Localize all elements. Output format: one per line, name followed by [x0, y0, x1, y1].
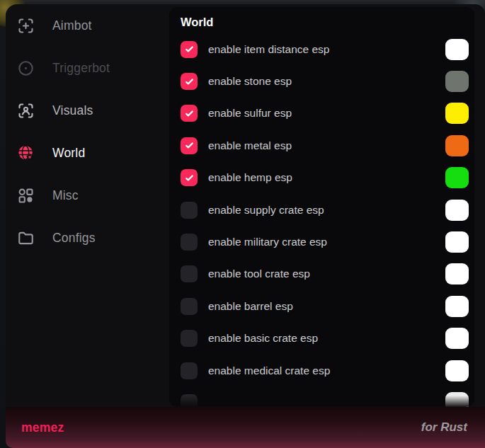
checkmark-icon: [184, 140, 195, 151]
esp-checkbox[interactable]: [181, 265, 198, 282]
checkmark-icon: [184, 173, 195, 183]
brand-suffix: for Rust: [421, 420, 467, 435]
sidebar-item-triggerbot[interactable]: Triggerbot: [6, 47, 166, 89]
sidebar-item-label: Configs: [52, 231, 96, 246]
esp-checkbox[interactable]: [181, 202, 198, 219]
esp-checkbox[interactable]: [181, 298, 198, 315]
esp-color-swatch[interactable]: [445, 200, 469, 221]
esp-option-row-enable-metal-esp: enable metal esp: [181, 130, 469, 161]
esp-option-label: enable barrel esp: [208, 300, 293, 313]
esp-option-row-enable-tool-crate-esp: enable tool crate esp: [181, 258, 469, 290]
esp-checkbox[interactable]: [181, 137, 198, 154]
sidebar-item-visuals[interactable]: Visuals: [6, 89, 166, 132]
brand-name: memez: [21, 420, 64, 435]
triggerbot-circle-icon: [16, 59, 35, 78]
sidebar-item-configs[interactable]: Configs: [6, 217, 166, 259]
esp-checkbox[interactable]: [181, 330, 198, 347]
esp-option-row-enable-medical-crate-esp: enable medical crate esp: [181, 355, 469, 386]
esp-option-row: [181, 386, 469, 407]
sidebar-item-misc[interactable]: Misc: [6, 174, 166, 217]
esp-option-row-enable-barrel-esp: enable barrel esp: [181, 290, 469, 322]
esp-color-swatch[interactable]: [445, 360, 469, 381]
esp-option-row-enable-military-crate-esp: enable military crate esp: [181, 226, 469, 258]
esp-option-row-enable-sulfur-esp: enable sulfur esp: [181, 98, 469, 130]
esp-color-swatch[interactable]: [445, 231, 469, 253]
esp-checkbox[interactable]: [181, 41, 198, 58]
esp-checkbox[interactable]: [181, 73, 198, 90]
screen: Aimbot Triggerbot Visuals World: [0, 0, 485, 448]
esp-checkbox[interactable]: [181, 362, 198, 379]
esp-option-label: enable military crate esp: [208, 236, 327, 248]
visuals-scan-person-icon: [16, 101, 35, 120]
esp-checkbox[interactable]: [181, 394, 198, 407]
world-globe-icon: [16, 144, 35, 163]
misc-grid-icon: [16, 186, 35, 205]
esp-color-swatch[interactable]: [445, 328, 469, 349]
esp-color-swatch[interactable]: [445, 39, 469, 60]
sidebar-item-label: Visuals: [52, 103, 93, 118]
esp-color-swatch[interactable]: [445, 296, 469, 317]
checkmark-icon: [184, 108, 195, 119]
esp-color-swatch[interactable]: [445, 392, 469, 407]
panel-title: World: [181, 16, 213, 29]
esp-option-row-enable-basic-crate-esp: enable basic crate esp: [181, 323, 469, 355]
esp-options-list: enable item distance esp enable stone es…: [181, 33, 469, 407]
checkmark-icon: [184, 44, 195, 54]
checkmark-icon: [184, 76, 195, 87]
esp-checkbox[interactable]: [181, 105, 198, 122]
esp-option-row-enable-hemp-esp: enable hemp esp: [181, 162, 469, 194]
esp-option-label: enable sulfur esp: [208, 107, 292, 120]
esp-option-row-enable-supply-crate-esp: enable supply crate esp: [181, 194, 469, 226]
esp-option-row-enable-stone-esp: enable stone esp: [181, 65, 469, 97]
esp-option-row-enable-item-distance-esp: enable item distance esp: [181, 33, 469, 65]
esp-option-label: enable basic crate esp: [208, 332, 318, 345]
sidebar-item-label: World: [52, 146, 85, 161]
esp-checkbox[interactable]: [181, 234, 198, 251]
esp-color-swatch[interactable]: [445, 167, 469, 188]
esp-option-label: enable medical crate esp: [208, 364, 330, 377]
esp-option-label: enable metal esp: [208, 139, 292, 152]
esp-option-label: enable stone esp: [208, 75, 292, 88]
esp-color-swatch[interactable]: [445, 103, 469, 124]
sidebar-item-label: Triggerbot: [52, 61, 110, 76]
esp-option-label: enable hemp esp: [208, 171, 292, 184]
cheat-menu-window: Aimbot Triggerbot Visuals World: [6, 4, 485, 448]
aimbot-crosshair-icon: [16, 16, 35, 35]
world-settings-panel: World enable item distance esp: [169, 7, 474, 407]
sidebar-item-label: Aimbot: [52, 18, 92, 33]
configs-folder-icon: [16, 229, 35, 248]
esp-color-swatch[interactable]: [445, 71, 469, 92]
esp-color-swatch[interactable]: [445, 135, 469, 156]
sidebar-item-label: Misc: [52, 188, 79, 203]
esp-checkbox[interactable]: [181, 169, 198, 186]
footer-bar: memez for Rust: [6, 407, 485, 448]
esp-option-label: enable item distance esp: [208, 43, 329, 56]
sidebar-item-world[interactable]: World: [6, 132, 166, 174]
esp-option-label: enable tool crate esp: [208, 268, 310, 280]
esp-option-label: enable supply crate esp: [208, 204, 324, 217]
sidebar-item-aimbot[interactable]: Aimbot: [6, 4, 166, 47]
sidebar: Aimbot Triggerbot Visuals World: [6, 4, 166, 259]
esp-color-swatch[interactable]: [445, 263, 469, 285]
